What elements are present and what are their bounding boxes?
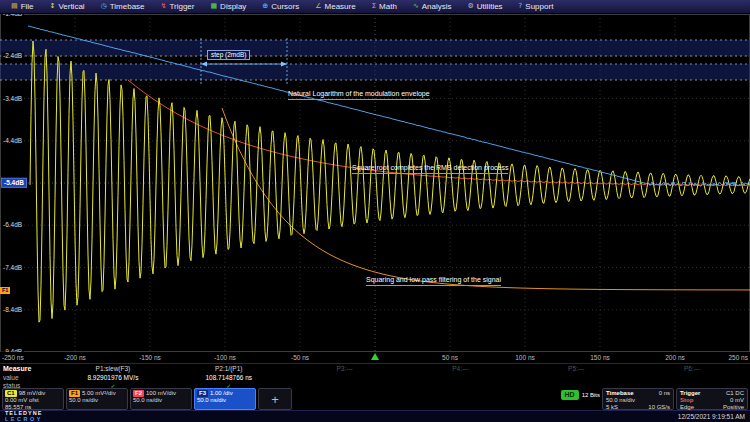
waveform-canvas[interactable] — [0, 14, 750, 352]
f2-vscale: 100 mV/div — [146, 390, 176, 397]
annotation-natural-log: Natural Logarithm of the modulation enve… — [288, 90, 430, 100]
f2-tab: F2 — [133, 390, 144, 397]
x-axis: -250 ns-200 ns-150 ns-100 ns-50 ns50 ns1… — [0, 352, 750, 363]
menu-display-label: Display — [220, 2, 246, 11]
menu-math[interactable]: ΣMath — [364, 0, 405, 13]
menu-file[interactable]: ▤File — [3, 0, 42, 13]
function-f1-descriptor[interactable]: F1 5.00 mV²/div 50.0 ns/div — [66, 388, 128, 410]
timebase-icon: ◷ — [101, 3, 107, 10]
y-axis-label: -7.4dB — [1, 263, 24, 271]
f3-tab: F3 — [197, 390, 208, 397]
x-axis-label: -100 ns — [214, 354, 236, 361]
f3-hscale: 50.0 ns/div — [197, 397, 253, 404]
f3-vscale: 1.00 /div — [210, 390, 233, 397]
timebase-scale: 50.0 ns/div — [606, 397, 670, 404]
param-p5-name[interactable]: P5:--- — [518, 365, 634, 372]
status-bar: TELEDYNE LECROY 12/25/2021 9:19:51 AM — [0, 410, 750, 422]
x-axis-label: 150 ns — [590, 354, 610, 361]
math-icon: Σ — [372, 3, 376, 10]
f2-hscale: 50.0 ns/div — [133, 397, 189, 404]
trigger-source: C1 DC — [726, 390, 744, 397]
x-axis-label: -200 ns — [64, 354, 86, 361]
trigger-title: Trigger — [680, 390, 700, 397]
datetime-display: 12/25/2021 9:19:51 AM — [678, 413, 745, 420]
cursors-icon: ⊕ — [262, 3, 268, 10]
menu-timebase-label: Timebase — [110, 2, 145, 11]
plus-icon: + — [271, 392, 279, 407]
vertical-icon: ↕ — [50, 3, 56, 10]
step-cursor-label: step (2mdB) — [207, 50, 250, 60]
menu-trigger[interactable]: ↯Trigger — [153, 0, 203, 13]
param-p2-name[interactable]: P2:1/(P1) — [171, 365, 287, 372]
menu-measure[interactable]: ∠Measure — [307, 0, 363, 13]
timebase-delay: 0 ns — [659, 390, 670, 397]
value-row-label: value — [0, 374, 55, 381]
menu-file-label: File — [21, 2, 34, 11]
menu-support[interactable]: ?Support — [511, 0, 562, 13]
f1-vscale: 5.00 mV²/div — [82, 390, 116, 397]
x-axis-label: -50 ns — [291, 354, 309, 361]
param-p1-name[interactable]: P1:slew(F3) — [55, 365, 171, 372]
param-p6-name[interactable]: P6:--- — [634, 365, 750, 372]
menu-math-label: Math — [379, 2, 397, 11]
measure-row-label: Measure — [0, 365, 55, 372]
menu-display[interactable]: ▦Display — [202, 0, 254, 13]
param-p3-name[interactable]: P3:--- — [287, 365, 403, 372]
trigger-level: 0 mV — [730, 397, 744, 404]
trigger-icon: ↯ — [161, 3, 167, 10]
annotation-squaring-lpf: Squaring and low pass filtering of the s… — [366, 276, 501, 286]
y-axis-label: -4.4dB — [1, 137, 24, 145]
y-axis-label: -6.4dB — [1, 221, 24, 229]
menu-utilities-label: Utilities — [477, 2, 503, 11]
utilities-icon: ⚙ — [468, 3, 474, 10]
brand-logo: TELEDYNE LECROY — [5, 411, 43, 422]
f1-hscale: 50.0 ns/div — [69, 397, 125, 404]
timebase-title: Timebase — [606, 390, 634, 397]
function-f2-descriptor[interactable]: F2 100 mV/div 50.0 ns/div — [130, 388, 192, 410]
f1-tab: F1 — [69, 390, 80, 397]
menu-utilities[interactable]: ⚙Utilities — [460, 0, 511, 13]
trace-tag-f1: F1 — [0, 287, 10, 294]
brand-lecroy: LECROY — [5, 417, 43, 422]
menu-analysis[interactable]: ∿Analysis — [405, 0, 460, 13]
function-f3-descriptor[interactable]: F3 1.00 /div 50.0 ns/div — [194, 388, 256, 410]
hd-badge: HD — [561, 390, 579, 400]
x-axis-label: -150 ns — [139, 354, 161, 361]
analysis-icon: ∿ — [413, 3, 419, 10]
menu-vertical-label: Vertical — [58, 2, 84, 11]
timebase-descriptor[interactable]: Timebase 0 ns 50.0 ns/div 5 kS 10 GS/s — [602, 388, 674, 410]
c1-offset: 0.00 mV ofst — [5, 397, 61, 404]
descriptor-row: C1 98 mV/div 0.00 mV ofst 85.557 ns F1 5… — [0, 388, 750, 410]
menu-vertical[interactable]: ↕Vertical — [42, 0, 93, 13]
c1-vscale: 98 mV/div — [19, 390, 46, 397]
param-p1-value: 8.92901976 MV/s — [55, 374, 171, 381]
measure-icon: ∠ — [315, 3, 321, 10]
trigger-descriptor[interactable]: Trigger C1 DC Stop 0 mV Edge Positive — [676, 388, 748, 410]
menu-timebase[interactable]: ◷Timebase — [93, 0, 153, 13]
waveform-display[interactable]: -1.4dB-2.4dB-3.4dB-4.4dB-5.4dB-6.4dB-7.4… — [0, 14, 750, 352]
y-axis-label: -5.4dB — [1, 178, 27, 188]
y-axis-label: -3.4dB — [1, 94, 24, 102]
hd-resolution-group: HD 12 Bits — [561, 388, 600, 410]
menu-cursors[interactable]: ⊕Cursors — [254, 0, 307, 13]
param-p4-name[interactable]: P4:--- — [403, 365, 519, 372]
menu-trigger-label: Trigger — [169, 2, 194, 11]
x-axis-label: 250 ns — [728, 354, 748, 361]
measure-panel: Measure P1:slew(F3) P2:1/(P1) P3:--- P4:… — [0, 363, 750, 388]
channel-c1-descriptor[interactable]: C1 98 mV/div 0.00 mV ofst 85.557 ns — [2, 388, 64, 410]
acquisition-cluster: HD 12 Bits Timebase 0 ns 50.0 ns/div 5 k… — [561, 388, 748, 410]
menu-support-label: Support — [525, 2, 553, 11]
y-axis-label: -2.4dB — [1, 52, 24, 60]
oscilloscope-app: ▤File ↕Vertical ◷Timebase ↯Trigger ▦Disp… — [0, 0, 750, 422]
x-axis-label: -250 ns — [2, 354, 24, 361]
support-icon: ? — [519, 3, 523, 10]
annotation-square-root: Square root completes the RMS detection … — [352, 164, 508, 174]
menu-cursors-label: Cursors — [271, 2, 299, 11]
x-axis-label: 200 ns — [665, 354, 685, 361]
hd-bits-label: 12 Bits — [582, 390, 600, 398]
add-trace-button[interactable]: + — [258, 388, 292, 410]
y-axis-label: -8.4dB — [1, 306, 24, 314]
trigger-position-marker[interactable] — [371, 353, 379, 360]
trigger-mode: Stop — [680, 397, 693, 404]
file-icon: ▤ — [11, 3, 18, 10]
